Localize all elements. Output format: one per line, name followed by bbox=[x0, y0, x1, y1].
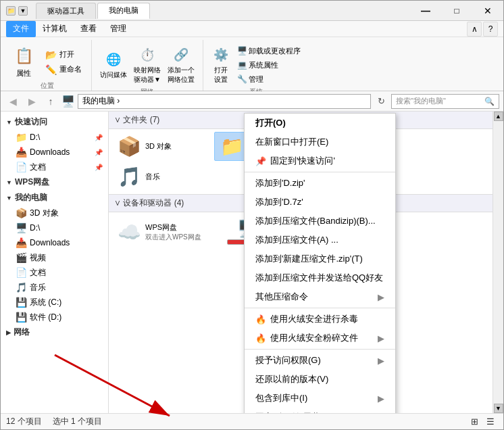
sidebar-item-software-d[interactable]: 💾 软件 (D:) bbox=[1, 310, 108, 325]
ribbon-help-btn[interactable]: ? bbox=[483, 22, 498, 37]
submenu-arrow: ▶ bbox=[378, 333, 384, 343]
sidebar-item-system-c[interactable]: 💾 系统 (C:) bbox=[1, 295, 108, 310]
back-button[interactable]: ◀ bbox=[5, 93, 21, 110]
tab-my-computer[interactable]: 我的电脑 bbox=[97, 3, 150, 19]
title-bar: 📁 ▼ 驱动器工具 我的电脑 — □ ✕ bbox=[1, 1, 503, 21]
view-btn-grid[interactable]: ⊞ bbox=[467, 416, 482, 428]
ctx-item-include-library[interactable]: 包含到库中(I)▶ bbox=[245, 389, 395, 408]
maximize-button[interactable]: □ bbox=[441, 1, 472, 21]
item-label: Downloads bbox=[30, 238, 70, 247]
ribbon-btn-rename[interactable]: ✏️重命名 bbox=[41, 63, 86, 76]
sidebar-section-header-network[interactable]: ▶ 网络 bbox=[1, 325, 108, 340]
ribbon-menu-view[interactable]: 查看 bbox=[74, 21, 103, 37]
scrollbar-right[interactable]: ▲ ▼ bbox=[493, 112, 503, 413]
sidebar-section-my-computer: ▼ 我的电脑 📦 3D 对象 🖥️ D:\ 📥 Downloads 🎬 bbox=[1, 190, 108, 325]
refresh-button[interactable]: ↻ bbox=[374, 94, 388, 109]
tab-driver-tools[interactable]: 驱动器工具 bbox=[36, 3, 96, 19]
rename-icon: ✏️ bbox=[45, 64, 57, 75]
ctx-item-pin-start[interactable]: 固定到'开始'屏幕(P) bbox=[245, 408, 395, 413]
search-box[interactable]: 搜索"我的电脑" 🔍 bbox=[391, 94, 499, 109]
file-item-music[interactable]: 🎵 音乐 bbox=[111, 162, 213, 191]
minimize-button[interactable]: — bbox=[410, 1, 441, 21]
sidebar-section-header-my-computer[interactable]: ▼ 我的电脑 bbox=[1, 190, 108, 206]
ctx-item-zip[interactable]: 添加到'D.zip' bbox=[245, 174, 395, 193]
settings-icon: ⚙️ bbox=[211, 45, 230, 64]
address-bar: ◀ ▶ ↑ 🖥️ 我的电脑 › ↻ 搜索"我的电脑" 🔍 bbox=[1, 91, 503, 112]
computer-icon: 🖥️ bbox=[16, 222, 27, 233]
ribbon-menu-manage[interactable]: 管理 bbox=[103, 21, 133, 37]
ribbon-btn-sys-props[interactable]: 💻系统属性 bbox=[234, 59, 303, 72]
ribbon-btn-uninstall[interactable]: 🖥️卸载或更改程序 bbox=[234, 45, 303, 57]
ctx-item-qq[interactable]: 添加到压缩文件并发送给QQ好友 bbox=[245, 268, 395, 287]
sidebar: ▼ 快速访问 📁 D:\ 📌 📥 Downloads 📌 📄 文档 📌 bbox=[1, 112, 109, 413]
music-icon: 🎵 bbox=[16, 282, 27, 293]
ribbon-group-network: 🌐 访问媒体 ⏱️ 映射网络驱动器▼ 🔗 添加一个网络位置 网络 bbox=[92, 40, 203, 91]
pin-icon: 📌 bbox=[95, 149, 103, 156]
ribbon-btn-media[interactable]: 🌐 访问媒体 bbox=[97, 47, 130, 82]
sidebar-item-d-drive-quick[interactable]: 📁 D:\ 📌 bbox=[1, 130, 108, 145]
sidebar-item-d-drive[interactable]: 🖥️ D:\ bbox=[1, 220, 108, 235]
file-name: 音乐 bbox=[145, 172, 160, 182]
selected-count: 选中 1 个项目 bbox=[53, 416, 102, 427]
ctx-item-fire-shred[interactable]: 🔥使用火绒安全粉碎文件 ▶ bbox=[245, 329, 395, 348]
section-label: 网络 bbox=[14, 327, 30, 338]
status-bar: 12 个项目 选中 1 个项目 ⊞ ☰ bbox=[1, 413, 503, 429]
ctx-item-bandizip[interactable]: 添加到压缩文件(Bandizip)(B)... bbox=[245, 212, 395, 231]
sidebar-item-video[interactable]: 🎬 视频 bbox=[1, 250, 108, 265]
ctx-item-more-compress[interactable]: 其他压缩命令▶ bbox=[245, 287, 395, 306]
view-btn-list[interactable]: ☰ bbox=[483, 416, 498, 428]
close-button[interactable]: ✕ bbox=[472, 1, 503, 21]
file-item-wps[interactable]: ☁️ WPS网盘 双击进入WPS网盘 bbox=[111, 215, 220, 249]
pin-icon: 📌 bbox=[255, 156, 266, 166]
ribbon-btn-open[interactable]: 📂打开 bbox=[41, 48, 86, 62]
expand-icon: ▼ bbox=[6, 179, 12, 186]
section-label: 快速访问 bbox=[15, 116, 47, 128]
ribbon-btn-properties[interactable]: 📋 属性 bbox=[9, 43, 39, 81]
sidebar-item-downloads-quick[interactable]: 📥 Downloads 📌 bbox=[1, 145, 108, 160]
file-name: WPS网盘 bbox=[145, 222, 201, 233]
sidebar-item-docs-quick[interactable]: 📄 文档 📌 bbox=[1, 160, 108, 174]
ctx-item-open[interactable]: 打开(O) bbox=[245, 114, 395, 133]
up-button[interactable]: ↑ bbox=[43, 93, 59, 110]
search-placeholder: 搜索"我的电脑" bbox=[396, 96, 446, 106]
ctx-item-fire-scan[interactable]: 🔥使用火绒安全进行杀毒 bbox=[245, 310, 395, 329]
sidebar-item-docs[interactable]: 📄 文档 bbox=[1, 265, 108, 280]
ribbon-collapse-btn[interactable]: ∧ bbox=[467, 22, 482, 37]
item-label: 系统 (C:) bbox=[30, 297, 61, 308]
ribbon-menu-computer[interactable]: 计算机 bbox=[36, 21, 74, 37]
sidebar-section-header-wps[interactable]: ▼ WPS网盘 bbox=[1, 174, 108, 190]
section-label: 我的电脑 bbox=[15, 192, 47, 204]
media-icon: 🌐 bbox=[104, 50, 123, 69]
sidebar-item-music[interactable]: 🎵 音乐 bbox=[1, 280, 108, 295]
ctx-item-open-new[interactable]: 在新窗口中打开(E) bbox=[245, 133, 395, 151]
sidebar-section-header-quick-access[interactable]: ▼ 快速访问 bbox=[1, 114, 108, 130]
title-icon-2: ▼ bbox=[18, 6, 28, 16]
item-label: 视频 bbox=[30, 252, 46, 264]
ribbon-btn-add-network[interactable]: 🔗 添加一个网络位置 bbox=[165, 43, 197, 87]
ribbon-menu-file[interactable]: 文件 bbox=[6, 21, 36, 37]
sidebar-section-network: ▶ 网络 bbox=[1, 325, 108, 340]
address-box[interactable]: 我的电脑 › bbox=[78, 94, 371, 109]
ribbon-btn-manage[interactable]: 🔧管理 bbox=[234, 73, 303, 86]
ctx-item-new-zip[interactable]: 添加到'新建压缩文件.zip'(T) bbox=[245, 249, 395, 268]
ctx-separator-1 bbox=[245, 172, 395, 172]
forward-button[interactable]: ▶ bbox=[24, 93, 40, 110]
sidebar-item-downloads[interactable]: 📥 Downloads bbox=[1, 235, 108, 250]
sidebar-item-3d[interactable]: 📦 3D 对象 bbox=[1, 206, 108, 220]
ctx-item-7z[interactable]: 添加到'D.7z' bbox=[245, 193, 395, 212]
ribbon-btn-settings[interactable]: ⚙️ 打开设置 bbox=[209, 43, 233, 87]
ctx-item-grant-access[interactable]: 授予访问权限(G)▶ bbox=[245, 351, 395, 370]
item-count: 12 个项目 bbox=[6, 416, 42, 427]
file-item-3d[interactable]: 📦 3D 对象 bbox=[111, 132, 213, 161]
ribbon-btn-map-network[interactable]: ⏱️ 映射网络驱动器▼ bbox=[131, 43, 163, 87]
docs-icon: 📄 bbox=[16, 267, 27, 278]
manage-icon: 🔧 bbox=[237, 74, 247, 84]
file-desc: 双击进入WPS网盘 bbox=[145, 233, 201, 242]
item-label: 音乐 bbox=[30, 282, 46, 293]
music-folder-icon: 🎵 bbox=[118, 166, 141, 188]
ctx-item-restore[interactable]: 还原以前的版本(V) bbox=[245, 370, 395, 389]
ctx-item-pin[interactable]: 📌固定到'快速访问' bbox=[245, 151, 395, 170]
ctx-item-compress-a[interactable]: 添加到压缩文件(A) ... bbox=[245, 231, 395, 249]
ribbon-menu-bar: 文件 计算机 查看 管理 ∧ ? bbox=[1, 21, 503, 37]
group-label-location: 位置 bbox=[41, 81, 54, 92]
